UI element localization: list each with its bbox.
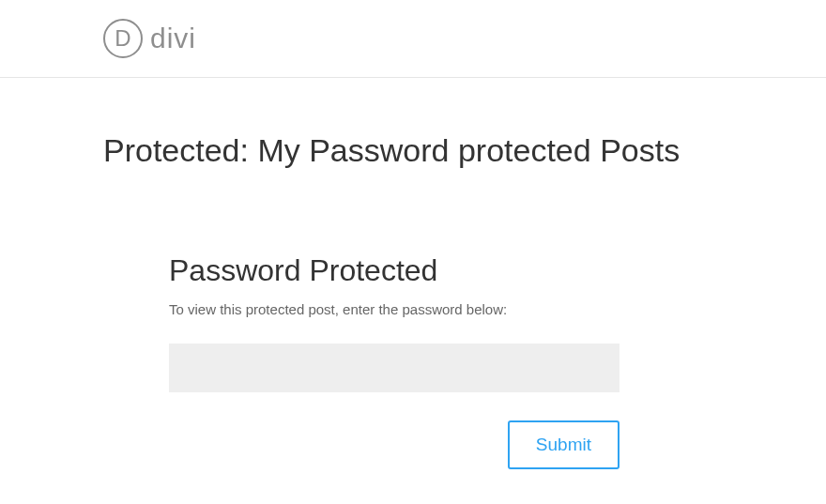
form-instruction: To view this protected post, enter the p… bbox=[169, 301, 620, 317]
header: D divi bbox=[0, 0, 826, 78]
password-input[interactable] bbox=[169, 344, 620, 392]
page-title: Protected: My Password protected Posts bbox=[103, 132, 723, 169]
content: Protected: My Password protected Posts P… bbox=[0, 78, 826, 469]
logo-text: divi bbox=[150, 23, 196, 54]
password-form-section: Password Protected To view this protecte… bbox=[103, 253, 723, 469]
submit-button[interactable]: Submit bbox=[508, 420, 620, 469]
logo[interactable]: D divi bbox=[103, 19, 826, 58]
logo-letter: D bbox=[115, 25, 130, 52]
form-heading: Password Protected bbox=[169, 253, 620, 288]
logo-icon: D bbox=[103, 19, 143, 58]
form-actions: Submit bbox=[169, 420, 620, 469]
